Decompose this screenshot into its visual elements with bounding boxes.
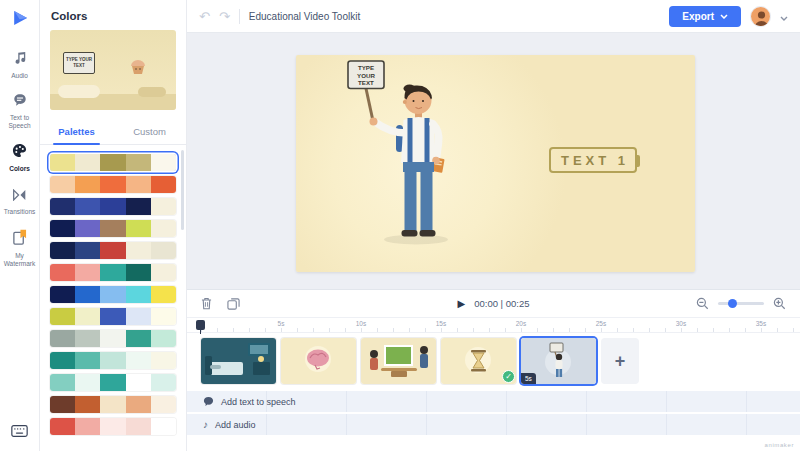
- color-swatch[interactable]: [126, 242, 151, 259]
- sidebar-item-my-watermark[interactable]: My Watermark: [0, 229, 39, 268]
- color-swatch[interactable]: [75, 264, 100, 281]
- color-swatch[interactable]: [75, 396, 100, 413]
- color-swatch[interactable]: [50, 352, 75, 369]
- color-swatch[interactable]: [126, 220, 151, 237]
- palette-row[interactable]: [50, 176, 176, 193]
- scene-thumbnail-bedroom[interactable]: [201, 338, 276, 384]
- sidebar-item-text-to-speech[interactable]: Text to Speech: [0, 93, 39, 130]
- color-swatch[interactable]: [126, 176, 151, 193]
- sidebar-item-audio[interactable]: Audio: [0, 51, 39, 80]
- color-swatch[interactable]: [151, 220, 176, 237]
- color-swatch[interactable]: [100, 308, 125, 325]
- color-swatch[interactable]: [100, 176, 125, 193]
- color-swatch[interactable]: [50, 264, 75, 281]
- color-swatch[interactable]: [151, 242, 176, 259]
- palette-row[interactable]: [50, 242, 176, 259]
- color-swatch[interactable]: [126, 352, 151, 369]
- sidebar-item-transitions[interactable]: Transitions: [0, 187, 39, 216]
- color-swatch[interactable]: [75, 242, 100, 259]
- color-swatch[interactable]: [75, 286, 100, 303]
- color-swatch[interactable]: [151, 154, 176, 171]
- color-swatch[interactable]: [100, 286, 125, 303]
- color-swatch[interactable]: [151, 176, 176, 193]
- zoom-slider-handle[interactable]: [728, 299, 737, 308]
- color-swatch[interactable]: [151, 198, 176, 215]
- palette-row[interactable]: [50, 418, 176, 435]
- color-swatch[interactable]: [126, 374, 151, 391]
- color-swatch[interactable]: [151, 396, 176, 413]
- color-swatch[interactable]: [75, 176, 100, 193]
- scene-thumbnail-hourglass[interactable]: ✓: [441, 338, 516, 384]
- delete-scene-button[interactable]: [201, 297, 212, 310]
- color-swatch[interactable]: [100, 330, 125, 347]
- color-swatch[interactable]: [75, 198, 100, 215]
- color-swatch[interactable]: [75, 418, 100, 435]
- color-swatch[interactable]: [75, 330, 100, 347]
- palette-row[interactable]: [50, 286, 176, 303]
- play-button[interactable]: ▶: [458, 298, 466, 309]
- color-swatch[interactable]: [50, 176, 75, 193]
- color-swatch[interactable]: [126, 264, 151, 281]
- color-swatch[interactable]: [126, 418, 151, 435]
- color-swatch[interactable]: [100, 396, 125, 413]
- zoom-slider[interactable]: [718, 302, 764, 305]
- scene-thumbnail-whiteboard[interactable]: [361, 338, 436, 384]
- palette-row[interactable]: [50, 330, 176, 347]
- color-swatch[interactable]: [100, 418, 125, 435]
- zoom-out-icon[interactable]: [696, 297, 709, 310]
- color-swatch[interactable]: [126, 198, 151, 215]
- zoom-in-icon[interactable]: [773, 297, 786, 310]
- panel-scrollbar[interactable]: [181, 150, 184, 230]
- color-swatch[interactable]: [151, 330, 176, 347]
- color-swatch[interactable]: [50, 286, 75, 303]
- sidebar-item-colors[interactable]: Colors: [0, 143, 39, 173]
- color-swatch[interactable]: [75, 308, 100, 325]
- scene-canvas[interactable]: TYPE YOUR TEXT: [296, 55, 695, 272]
- color-swatch[interactable]: [50, 396, 75, 413]
- color-swatch[interactable]: [126, 286, 151, 303]
- duplicate-scene-button[interactable]: [227, 297, 240, 310]
- palette-row[interactable]: [50, 264, 176, 281]
- color-swatch[interactable]: [151, 374, 176, 391]
- undo-icon[interactable]: ↶: [199, 10, 210, 23]
- palette-row[interactable]: [50, 154, 176, 171]
- color-swatch[interactable]: [100, 352, 125, 369]
- color-swatch[interactable]: [75, 220, 100, 237]
- color-swatch[interactable]: [75, 352, 100, 369]
- timeline-ruler[interactable]: 5s10s15s20s25s30s35s: [187, 318, 800, 333]
- palette-row[interactable]: [50, 220, 176, 237]
- scene-preview[interactable]: TYPE YOUR TEXT: [50, 30, 176, 110]
- character-illustration[interactable]: TYPE YOUR TEXT: [346, 59, 466, 249]
- color-swatch[interactable]: [50, 154, 75, 171]
- color-swatch[interactable]: [151, 286, 176, 303]
- scene-thumbnail-sign[interactable]: 5s: [521, 338, 596, 384]
- color-swatch[interactable]: [100, 220, 125, 237]
- color-swatch[interactable]: [50, 198, 75, 215]
- color-swatch[interactable]: [100, 264, 125, 281]
- palette-row[interactable]: [50, 198, 176, 215]
- color-swatch[interactable]: [50, 418, 75, 435]
- color-swatch[interactable]: [75, 374, 100, 391]
- palette-row[interactable]: [50, 374, 176, 391]
- palette-row[interactable]: [50, 308, 176, 325]
- color-swatch[interactable]: [50, 374, 75, 391]
- color-swatch[interactable]: [50, 242, 75, 259]
- color-swatch[interactable]: [151, 308, 176, 325]
- color-swatch[interactable]: [126, 396, 151, 413]
- color-swatch[interactable]: [75, 154, 100, 171]
- scene-thumbnail-brain[interactable]: [281, 338, 356, 384]
- add-scene-button[interactable]: +: [601, 338, 639, 384]
- text-element[interactable]: TEXT 1: [549, 147, 637, 173]
- color-swatch[interactable]: [50, 220, 75, 237]
- color-swatch[interactable]: [151, 264, 176, 281]
- audio-track[interactable]: ♪ Add audio: [187, 414, 800, 435]
- color-swatch[interactable]: [126, 308, 151, 325]
- color-swatch[interactable]: [100, 374, 125, 391]
- color-swatch[interactable]: [50, 308, 75, 325]
- palette-row[interactable]: [50, 352, 176, 369]
- keyboard-shortcuts-icon[interactable]: [11, 423, 28, 441]
- export-button[interactable]: Export: [669, 6, 741, 27]
- playhead[interactable]: [196, 320, 205, 330]
- tts-track[interactable]: Add text to speech: [187, 391, 800, 412]
- color-swatch[interactable]: [126, 330, 151, 347]
